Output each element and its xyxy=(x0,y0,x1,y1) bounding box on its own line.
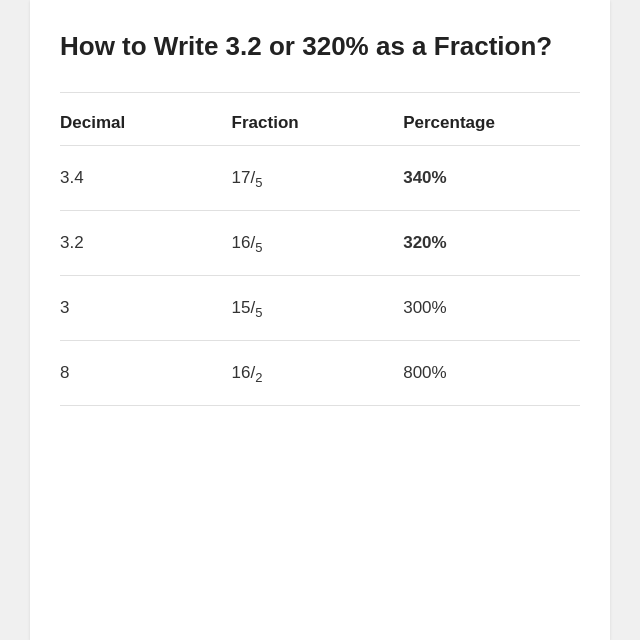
header-fraction: Fraction xyxy=(232,113,404,133)
cell-decimal-3: 3 xyxy=(60,298,232,318)
header-decimal: Decimal xyxy=(60,113,232,133)
cell-decimal-1: 3.4 xyxy=(60,168,232,188)
numerator-2: 16 xyxy=(232,233,251,253)
page-title: How to Write 3.2 or 320% as a Fraction? xyxy=(60,30,580,64)
cell-fraction-1: 17/5 xyxy=(232,168,404,188)
cell-percentage-4: 800% xyxy=(403,363,580,383)
cell-percentage-3: 300% xyxy=(403,298,580,318)
table-row: 3.2 16/5 320% xyxy=(60,211,580,276)
content-card: How to Write 3.2 or 320% as a Fraction? … xyxy=(30,0,610,640)
denominator-1: 5 xyxy=(255,175,262,190)
cell-percentage-2: 320% xyxy=(403,233,580,253)
table-header-row: Decimal Fraction Percentage xyxy=(60,113,580,146)
cell-fraction-2: 16/5 xyxy=(232,233,404,253)
divider xyxy=(60,92,580,93)
cell-decimal-4: 8 xyxy=(60,363,232,383)
fraction-display-3: 15/5 xyxy=(232,298,263,318)
numerator-3: 15 xyxy=(232,298,251,318)
denominator-2: 5 xyxy=(255,240,262,255)
fraction-display-1: 17/5 xyxy=(232,168,263,188)
denominator-4: 2 xyxy=(255,370,262,385)
numerator-1: 17 xyxy=(232,168,251,188)
fraction-display-2: 16/5 xyxy=(232,233,263,253)
denominator-3: 5 xyxy=(255,305,262,320)
page-wrapper: How to Write 3.2 or 320% as a Fraction? … xyxy=(0,0,640,640)
table-row: 3 15/5 300% xyxy=(60,276,580,341)
table-row: 8 16/2 800% xyxy=(60,341,580,406)
header-percentage: Percentage xyxy=(403,113,580,133)
fraction-display-4: 16/2 xyxy=(232,363,263,383)
cell-percentage-1: 340% xyxy=(403,168,580,188)
cell-fraction-4: 16/2 xyxy=(232,363,404,383)
numerator-4: 16 xyxy=(232,363,251,383)
cell-fraction-3: 15/5 xyxy=(232,298,404,318)
table-row: 3.4 17/5 340% xyxy=(60,146,580,211)
cell-decimal-2: 3.2 xyxy=(60,233,232,253)
table-container: Decimal Fraction Percentage 3.4 17/5 340… xyxy=(60,113,580,406)
